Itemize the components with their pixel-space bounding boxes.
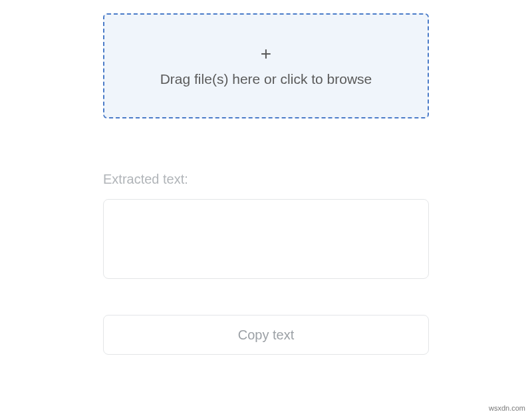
copy-text-button[interactable]: Copy text bbox=[103, 315, 429, 355]
file-dropzone[interactable]: + Drag file(s) here or click to browse bbox=[103, 13, 429, 118]
plus-icon: + bbox=[261, 45, 271, 63]
watermark-text: wsxdn.com bbox=[489, 404, 525, 412]
dropzone-instruction: Drag file(s) here or click to browse bbox=[160, 71, 372, 87]
extracted-text-output[interactable] bbox=[103, 199, 429, 279]
main-container: + Drag file(s) here or click to browse E… bbox=[103, 0, 429, 355]
extracted-text-label: Extracted text: bbox=[103, 172, 429, 187]
